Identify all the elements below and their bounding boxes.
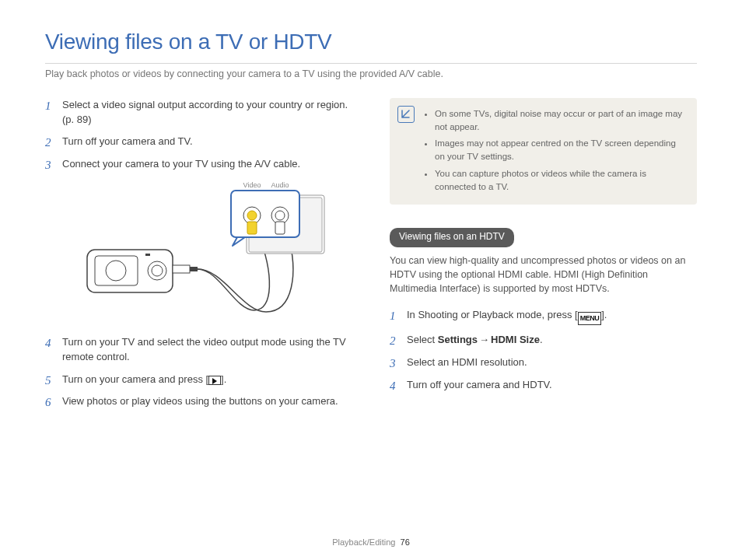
diagram-video-label: Video [243, 181, 261, 189]
note-list: On some TVs, digital noise may occur or … [424, 107, 686, 194]
hdtv-paragraph: You can view high-quality and uncompress… [390, 254, 697, 296]
intro-text: Play back photos or videos by connecting… [45, 67, 697, 81]
av-cable-diagram: Video Audio [79, 180, 352, 324]
hdtv-settings-label: Settings [438, 334, 478, 345]
page-title: Viewing files on a TV or HDTV [45, 26, 697, 58]
svg-point-2 [106, 261, 126, 281]
hdtv-step-2-a: Select [407, 334, 438, 345]
note-icon [397, 106, 415, 123]
note-1: On some TVs, digital noise may occur or … [435, 107, 686, 135]
step-6: View photos or play videos using the but… [45, 394, 352, 409]
playback-icon [208, 376, 221, 385]
note-box: On some TVs, digital noise may occur or … [390, 98, 697, 205]
footer-page-number: 76 [401, 537, 410, 547]
step-5-text-a: Turn on your camera and press [ [62, 373, 208, 385]
hdtv-steps-list: In Shooting or Playback mode, press [MEN… [390, 308, 697, 393]
content-columns: Select a video signal output according t… [45, 98, 697, 418]
hdtv-step-1-a: In Shooting or Playback mode, press [ [407, 309, 578, 320]
svg-point-12 [247, 211, 257, 220]
svg-rect-5 [145, 254, 150, 256]
step-4: Turn on your TV and select the video out… [45, 335, 352, 365]
menu-icon: MENU [578, 312, 602, 325]
title-rule [45, 63, 697, 64]
footer-section: Playback/Editing [332, 537, 395, 547]
step-5: Turn on your camera and press []. [45, 373, 352, 387]
svg-rect-15 [247, 222, 257, 234]
hdtv-step-1-b: ]. [601, 309, 607, 320]
hdtv-step-2: Select Settings→HDMI Size. [390, 333, 697, 348]
step-2: Turn off your camera and TV. [45, 135, 352, 149]
hdtv-step-2-b: . [540, 334, 543, 345]
step-3-text: Connect your camera to your TV using the… [62, 158, 300, 170]
step-1: Select a video signal output according t… [45, 98, 352, 128]
step-3: Connect your camera to your TV using the… [45, 157, 352, 324]
diagram-audio-label: Audio [271, 181, 289, 189]
hdtv-step-1: In Shooting or Playback mode, press [MEN… [390, 308, 697, 325]
left-column: Select a video signal output according t… [45, 98, 352, 418]
svg-rect-6 [173, 265, 190, 273]
note-2: Images may not appear centred on the TV … [435, 137, 686, 164]
step-5-text-b: ]. [221, 373, 226, 385]
note-3: You can capture photos or videos while t… [435, 167, 686, 194]
svg-rect-7 [190, 267, 198, 271]
right-column: On some TVs, digital noise may occur or … [390, 98, 697, 418]
page-footer: Playback/Editing 76 [0, 537, 742, 549]
hdtv-hdmi-label: HDMI Size [491, 334, 540, 345]
arrow-icon: → [478, 334, 491, 345]
svg-point-4 [152, 265, 163, 276]
hdtv-step-4: Turn off your camera and HDTV. [390, 378, 697, 393]
hdtv-heading: Viewing files on an HDTV [390, 228, 514, 247]
hdtv-step-3: Select an HDMI resolution. [390, 355, 697, 370]
svg-point-14 [275, 211, 285, 220]
svg-rect-16 [275, 222, 285, 234]
av-steps-list: Select a video signal output according t… [45, 98, 352, 410]
svg-rect-10 [231, 191, 299, 237]
